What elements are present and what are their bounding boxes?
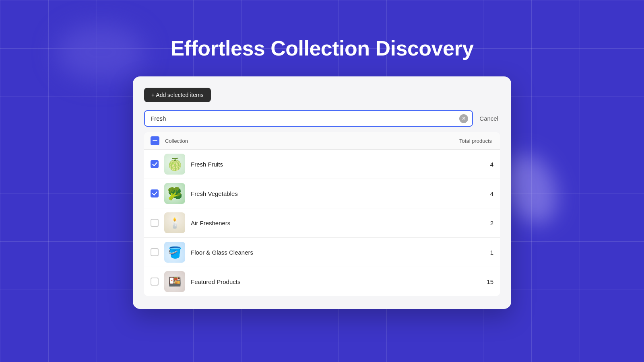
search-input[interactable] xyxy=(144,110,473,127)
total-count-1: 4 xyxy=(481,161,493,168)
collection-thumbnail-5: 🍱 xyxy=(164,271,185,292)
row-checkbox-1[interactable] xyxy=(151,160,159,168)
total-count-5: 15 xyxy=(481,278,493,285)
search-clear-button[interactable]: ✕ xyxy=(459,114,468,123)
col-header-collection: Collection xyxy=(165,138,459,144)
table-row: 🥦 Fresh Vegetables 4 xyxy=(144,179,500,208)
thumb-emoji-1: 🍈 xyxy=(167,157,182,171)
table-row: 🍈 Fresh Fruits 4 xyxy=(144,150,500,179)
list-header: Collection Total products xyxy=(144,132,500,150)
collection-thumbnail-1: 🍈 xyxy=(164,154,185,175)
modal-toolbar: + Add selected items xyxy=(144,88,500,102)
row-checkbox-3[interactable] xyxy=(151,219,159,227)
thumb-emoji-5: 🍱 xyxy=(168,276,181,288)
thumb-emoji-2: 🥦 xyxy=(167,187,182,201)
table-row: 🍱 Featured Products 15 xyxy=(144,267,500,296)
checkmark-icon xyxy=(152,162,157,166)
collection-name-4: Floor & Glass Cleaners xyxy=(191,249,481,256)
row-checkbox-2[interactable] xyxy=(151,189,159,197)
collection-thumbnail-4: 🪣 xyxy=(164,242,185,263)
checkmark-icon xyxy=(152,191,157,195)
collection-name-2: Fresh Vegetables xyxy=(191,190,481,197)
modal-card: + Add selected items ✕ Cancel Collection… xyxy=(133,76,511,309)
select-all-checkbox[interactable] xyxy=(151,136,159,145)
indeterminate-icon xyxy=(153,140,157,142)
collection-name-1: Fresh Fruits xyxy=(191,161,481,168)
table-row: 🕯️ Air Fresheners 2 xyxy=(144,208,500,238)
collection-thumbnail-3: 🕯️ xyxy=(164,212,185,233)
collection-list: Collection Total products 🍈 Fresh Fruits… xyxy=(144,132,500,296)
page-title: Effortless Collection Discovery xyxy=(170,36,473,60)
collection-thumbnail-2: 🥦 xyxy=(164,183,185,204)
row-checkbox-5[interactable] xyxy=(151,278,159,286)
total-count-4: 1 xyxy=(481,249,493,256)
search-row: ✕ Cancel xyxy=(144,110,500,127)
add-selected-button[interactable]: + Add selected items xyxy=(144,88,211,102)
search-input-wrap: ✕ xyxy=(144,110,473,127)
collection-name-3: Air Fresheners xyxy=(191,220,481,226)
total-count-3: 2 xyxy=(481,220,493,226)
row-checkbox-4[interactable] xyxy=(151,248,159,256)
total-count-2: 4 xyxy=(481,190,493,197)
header-checkbox-wrap[interactable] xyxy=(151,136,159,145)
table-row: 🪣 Floor & Glass Cleaners 1 xyxy=(144,238,500,267)
thumb-emoji-3: 🕯️ xyxy=(168,217,181,229)
col-header-total: Total products xyxy=(459,138,492,144)
collection-name-5: Featured Products xyxy=(191,278,481,285)
cancel-button[interactable]: Cancel xyxy=(478,112,500,125)
thumb-emoji-4: 🪣 xyxy=(168,246,182,259)
